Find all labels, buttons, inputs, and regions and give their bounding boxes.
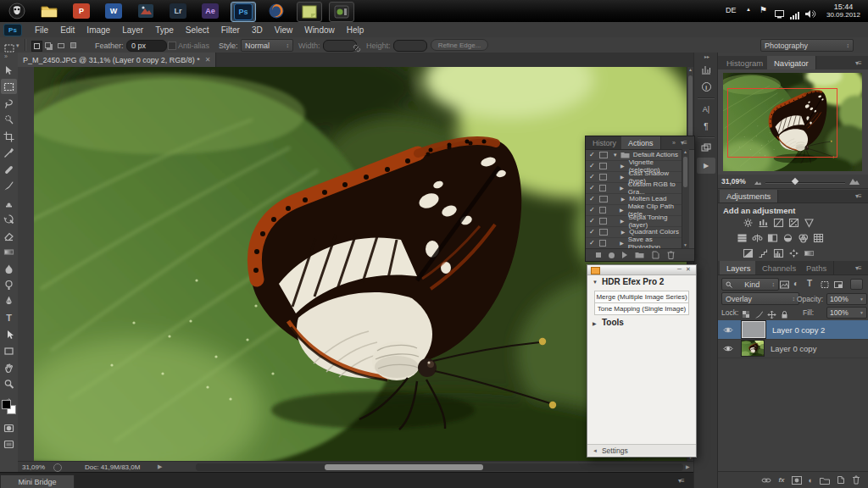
actions-scrollbar[interactable]: ▲ ▼ <box>682 149 689 248</box>
bridge-icon[interactable] <box>134 2 158 20</box>
tool-path-selection[interactable] <box>1 327 17 342</box>
tool-crop[interactable] <box>1 129 17 144</box>
layer-row-selected[interactable]: Layer 0 copy 2 <box>718 320 868 340</box>
lightroom-icon[interactable]: Lr <box>166 2 190 20</box>
dialog-toggle-icon[interactable] <box>599 196 608 202</box>
adj-color-balance-icon[interactable] <box>751 232 764 244</box>
check-icon[interactable]: ✓ <box>589 173 595 180</box>
record-icon[interactable] <box>609 252 615 258</box>
mini-bridge-tab[interactable]: Mini Bridge <box>0 474 75 488</box>
actions-scroll-thumb[interactable] <box>683 157 687 187</box>
tool-dodge[interactable] <box>1 277 17 292</box>
dialog-toggle-icon[interactable] <box>599 152 608 158</box>
layer-mask-icon[interactable] <box>792 473 802 488</box>
layer-style-fx-icon[interactable]: fx <box>778 476 784 484</box>
adjustments-menu-icon[interactable]: ▾≡ <box>855 192 861 200</box>
adj-brightness-icon[interactable] <box>742 217 754 229</box>
check-icon[interactable]: ✓ <box>589 162 595 169</box>
tab-navigator[interactable]: Navigator <box>767 56 816 69</box>
style-select[interactable]: Normal↕ <box>241 39 293 52</box>
tool-brush[interactable] <box>1 178 17 193</box>
status-doc-size[interactable]: Doc: 41,9M/83,0M <box>85 463 140 471</box>
info-panel-icon[interactable]: i <box>697 79 715 95</box>
menu-view[interactable]: View <box>269 25 299 35</box>
flag-icon[interactable]: ⚑ <box>760 5 767 14</box>
tab-channels[interactable]: Channels <box>755 261 804 274</box>
status-zoom[interactable]: 31,09% <box>22 463 45 471</box>
expand-arrow-icon[interactable]: ▼ <box>613 152 618 158</box>
photoshop-icon[interactable]: Ps <box>231 2 256 22</box>
check-icon[interactable]: ✓ <box>589 239 595 247</box>
adjustment-layer-icon[interactable]: ◐ <box>809 476 813 485</box>
layer-group-icon[interactable] <box>820 473 830 488</box>
check-icon[interactable]: ✓ <box>589 228 595 236</box>
close-icon[interactable]: ✕ <box>686 266 691 273</box>
adj-levels-icon[interactable] <box>757 217 770 229</box>
tool-gradient[interactable] <box>1 244 17 259</box>
action-row[interactable]: ✓▶Save as Photoshop ... <box>586 237 682 249</box>
zoom-out-icon[interactable] <box>754 180 762 186</box>
visibility-eye-icon[interactable] <box>723 322 733 337</box>
word-icon[interactable]: W <box>102 2 125 20</box>
filter-type-icon[interactable]: T <box>807 279 812 288</box>
tab-histogram[interactable]: Histogram <box>720 56 771 69</box>
after-effects-icon[interactable]: Ae <box>198 2 222 20</box>
dialog-toggle-icon[interactable] <box>599 218 607 225</box>
selection-subtract-icon[interactable] <box>56 41 65 50</box>
new-set-folder-icon[interactable] <box>635 252 644 258</box>
quick-mask-button[interactable] <box>1 420 17 435</box>
horizontal-scrollbar[interactable] <box>196 463 683 471</box>
filter-adjustment-icon[interactable]: ◐ <box>793 279 798 288</box>
zoom-in-icon[interactable] <box>849 177 860 186</box>
filter-shape-icon[interactable] <box>820 278 830 293</box>
collapse-panel-icon[interactable]: » <box>672 140 676 146</box>
navigator-menu-icon[interactable]: ▾≡ <box>855 59 861 67</box>
width-input[interactable] <box>323 40 357 52</box>
folder-icon[interactable] <box>37 2 61 20</box>
expand-arrow-icon[interactable]: ▶ <box>620 207 624 213</box>
tool-pen[interactable] <box>1 294 17 309</box>
status-arrow-icon[interactable]: ▶ <box>158 463 162 470</box>
tool-clone-stamp[interactable] <box>1 195 17 210</box>
layer-comps-panel-icon[interactable] <box>697 140 715 156</box>
zoom-slider-track[interactable] <box>765 182 845 184</box>
tool-hand[interactable] <box>1 360 17 375</box>
color-swatches[interactable] <box>2 400 16 414</box>
dialog-toggle-icon[interactable] <box>599 240 606 247</box>
start-skull-icon[interactable] <box>5 2 29 20</box>
feather-input[interactable]: 0 px <box>126 40 167 52</box>
check-icon[interactable]: ✓ <box>589 151 595 158</box>
tab-actions[interactable]: Actions <box>621 136 661 149</box>
tray-expand-icon[interactable]: ▲ <box>746 7 751 12</box>
hdr-tools-label[interactable]: Tools <box>602 318 624 327</box>
menu-layer[interactable]: Layer <box>116 25 149 35</box>
network-icon[interactable] <box>790 8 800 23</box>
antialias-checkbox[interactable] <box>168 42 176 50</box>
adj-selective-color-icon[interactable] <box>787 247 800 259</box>
recorder-icon[interactable] <box>329 2 354 22</box>
tool-eraser[interactable] <box>1 228 17 243</box>
adj-channel-mixer-icon[interactable] <box>797 232 810 244</box>
new-layer-icon[interactable] <box>837 473 845 488</box>
expand-arrow-icon[interactable]: ▶ <box>620 185 624 191</box>
menu-filter[interactable]: Filter <box>215 25 246 35</box>
selection-new-icon[interactable] <box>31 41 42 52</box>
stop-icon[interactable] <box>596 252 601 258</box>
action-row[interactable]: ✓▶Custom RGB to Gra... <box>586 182 682 194</box>
fill-value[interactable]: 100%▼ <box>826 307 867 319</box>
screen-mode-button[interactable] <box>1 436 17 452</box>
selection-intersect-icon[interactable] <box>69 41 78 50</box>
tool-blur[interactable] <box>1 261 17 276</box>
expand-arrow-icon[interactable]: ▶ <box>620 240 624 246</box>
layer-thumbnail-image[interactable] <box>742 341 764 356</box>
refine-edge-button[interactable]: Refine Edge... <box>431 39 488 51</box>
hdr-settings-bar[interactable]: ◄ Settings <box>587 444 696 456</box>
hdr-titlebar[interactable]: ─ ✕ <box>587 265 696 275</box>
navigator-view-box[interactable] <box>727 88 837 158</box>
clock[interactable]: 15:44 30.09.2012 <box>822 3 865 19</box>
dialog-toggle-icon[interactable] <box>599 207 606 214</box>
histogram-panel-icon[interactable] <box>697 61 715 77</box>
menu-image[interactable]: Image <box>81 25 116 35</box>
dialog-toggle-icon[interactable] <box>599 163 607 169</box>
scroll-down-icon[interactable]: ▼ <box>683 242 687 247</box>
